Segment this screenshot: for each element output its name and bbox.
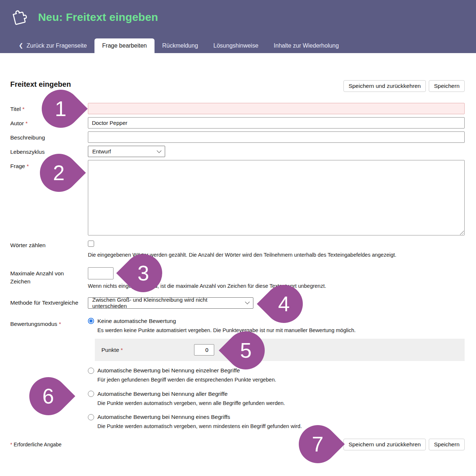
app-header: Neu: Freitext eingeben ❮ Zurück zur Frag… xyxy=(0,0,476,53)
tab-solution-hints[interactable]: Lösungshinweise xyxy=(206,38,266,53)
radio-icon[interactable] xyxy=(88,414,94,420)
required-asterisk: * xyxy=(25,120,27,126)
field-row-textvergleich: Methode für Textvergleiche Zwischen Groß… xyxy=(10,297,465,309)
radio-option-auto-scoring-one-term[interactable]: Automatische Bewertung bei Nennung eines… xyxy=(88,414,465,420)
punkte-label: Punkte * xyxy=(101,347,194,353)
required-asterisk: * xyxy=(22,106,25,112)
woerter-zaehlen-label: Wörter zählen xyxy=(10,239,88,259)
brand: Neu: Freitext eingeben xyxy=(0,0,476,28)
beschreibung-label: Beschreibung xyxy=(10,131,88,143)
field-row-woerter-zaehlen: Wörter zählen Die eingegebenen Wörter we… xyxy=(10,239,465,259)
field-row-beschreibung: Beschreibung xyxy=(10,131,465,143)
radio-option-help: Für jeden gefundenen Begriff werden die … xyxy=(97,376,465,384)
radio-option-help: Die Punkte werden automatisch vergeben, … xyxy=(97,400,465,407)
required-asterisk: * xyxy=(27,163,29,169)
max-zeichen-label: Maximale Anzahl von Zeichen xyxy=(10,267,88,290)
save-and-return-button-top[interactable]: Speichern und zurückkehren xyxy=(343,80,426,92)
points-panel: Punkte * xyxy=(95,339,465,361)
beschreibung-input[interactable] xyxy=(88,131,465,143)
radio-option-auto-scoring-all-terms[interactable]: Automatische Bewertung bei Nennung aller… xyxy=(88,391,465,397)
page-title: Neu: Freitext eingeben xyxy=(38,11,158,23)
tab-repetition-content[interactable]: Inhalte zur Wiederholung xyxy=(266,38,347,53)
form-header: Freitext eingeben Speichern und zurückke… xyxy=(10,80,465,92)
max-zeichen-input[interactable] xyxy=(88,267,114,279)
puzzle-piece-icon xyxy=(8,7,28,28)
radio-icon[interactable] xyxy=(88,368,94,374)
chevron-down-icon xyxy=(157,148,161,153)
save-and-return-button-bottom[interactable]: Speichern und zurückkehren xyxy=(343,439,426,450)
radio-option-help: Es werden keine Punkte automatisiert ver… xyxy=(97,327,465,334)
radio-selected-icon[interactable] xyxy=(88,318,94,324)
autor-input[interactable] xyxy=(88,117,465,129)
lebenszyklus-select[interactable]: Entwurf xyxy=(88,146,165,157)
required-asterisk: * xyxy=(59,321,61,327)
textvergleich-select[interactable]: Zwischen Groß- und Kleinschreibung wird … xyxy=(88,297,253,309)
save-button-top[interactable]: Speichern xyxy=(429,80,465,92)
punkte-input[interactable] xyxy=(194,344,214,356)
field-row-lebenszyklus: Lebenszyklus Entwurf xyxy=(10,146,465,157)
chevron-down-icon xyxy=(245,300,250,304)
lebenszyklus-label: Lebenszyklus xyxy=(10,146,88,157)
question-form: Titel * Autor * Beschreibung Lebenszyklu… xyxy=(10,103,465,450)
frage-textarea[interactable] xyxy=(88,160,465,235)
field-row-max-zeichen: Maximale Anzahl von Zeichen Wenn nichts … xyxy=(10,267,465,290)
required-asterisk: * xyxy=(10,442,12,447)
radio-option-auto-scoring-single-terms[interactable]: Automatische Bewertung bei Nennung einze… xyxy=(88,367,465,374)
field-row-autor: Autor * xyxy=(10,117,465,129)
required-asterisk: * xyxy=(121,347,123,353)
top-actions: Speichern und zurückkehren Speichern xyxy=(343,80,465,92)
tab-back-to-question-page[interactable]: ❮ Zurück zur Fragenseite xyxy=(11,38,94,53)
page: Neu: Freitext eingeben ❮ Zurück zur Frag… xyxy=(0,0,476,476)
radio-icon[interactable] xyxy=(88,391,94,397)
woerter-zaehlen-checkbox[interactable] xyxy=(88,241,94,247)
save-button-bottom[interactable]: Speichern xyxy=(429,439,465,450)
tab-bar: ❮ Zurück zur Fragenseite Frage bearbeite… xyxy=(0,38,476,53)
form-footer: * Erforderliche Angabe Speichern und zur… xyxy=(10,439,465,450)
textvergleich-label: Methode für Textvergleiche xyxy=(10,297,88,309)
tab-feedback[interactable]: Rückmeldung xyxy=(155,38,206,53)
form-heading: Freitext eingeben xyxy=(10,80,71,89)
radio-option-help: Die Punkte werden automatisch vergeben, … xyxy=(97,423,465,430)
required-note: * Erforderliche Angabe xyxy=(10,439,62,447)
titel-input[interactable] xyxy=(88,103,465,114)
tab-edit-question[interactable]: Frage bearbeiten xyxy=(94,38,155,53)
bottom-actions: Speichern und zurückkehren Speichern xyxy=(343,439,465,450)
chevron-left-icon: ❮ xyxy=(19,42,23,49)
